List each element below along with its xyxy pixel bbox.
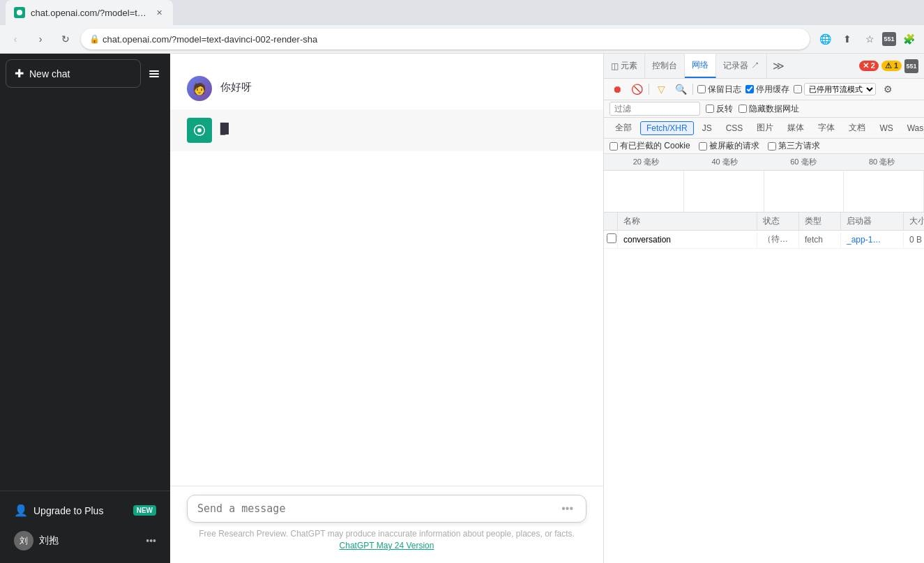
filter-js-button[interactable]: JS: [697, 122, 718, 134]
assistant-message-row: ▋: [170, 109, 603, 151]
sidebar-top: ✚ New chat: [0, 54, 170, 93]
toolbar-divider: [649, 84, 649, 95]
filter-button[interactable]: ▽: [653, 82, 669, 97]
filter-all-button[interactable]: 全部: [609, 121, 637, 135]
address-text: chat.openai.com/?model=text-davinci-002-…: [103, 34, 317, 45]
sidebar-content: [0, 93, 170, 491]
td-initiator[interactable]: _app-1…: [841, 232, 904, 247]
warn-count: 1: [894, 61, 898, 70]
filter-font-button[interactable]: 字体: [812, 121, 840, 135]
message-input[interactable]: [197, 502, 559, 515]
input-box: •••: [187, 495, 586, 523]
svg-point-0: [17, 10, 22, 15]
reload-button[interactable]: ↻: [56, 29, 75, 49]
bookmark-button[interactable]: ☆: [860, 29, 879, 49]
back-button[interactable]: ‹: [6, 29, 25, 49]
waterfall-header: 20 毫秒 40 毫秒 60 毫秒 80 毫秒: [604, 154, 924, 171]
devtools-tab-elements[interactable]: ◫ 元素: [604, 54, 645, 78]
upgrade-button[interactable]: 👤 Upgrade to Plus NEW: [6, 497, 165, 524]
tab-favicon: [14, 7, 25, 18]
third-party-checkbox[interactable]: [768, 142, 776, 151]
blocked-label: 被屏蔽的请求: [709, 140, 759, 152]
user-message-text: 你好呀: [220, 81, 252, 93]
filter-input[interactable]: [609, 102, 700, 116]
input-more-button[interactable]: •••: [559, 502, 576, 515]
stop-recording-button[interactable]: ⏺: [609, 82, 625, 97]
search-button[interactable]: 🔍: [673, 82, 688, 97]
devtools-tab-recorder[interactable]: 记录器 ↗: [716, 54, 766, 78]
devtools-ext-badge: 551: [904, 59, 918, 73]
filter-doc-button[interactable]: 文档: [843, 121, 871, 135]
preserve-log-checkbox[interactable]: [697, 85, 706, 93]
footer-text: Free Research Preview. ChatGPT may produ…: [199, 529, 575, 539]
th-status[interactable]: 状态: [757, 213, 799, 230]
filter-img-button[interactable]: 图片: [751, 121, 779, 135]
extensions-button[interactable]: 🧩: [899, 29, 918, 49]
share-button[interactable]: ⬆: [838, 29, 857, 49]
filter-ws-button[interactable]: WS: [874, 122, 898, 134]
th-size[interactable]: 大小: [904, 213, 924, 230]
th-type[interactable]: 类型: [799, 213, 841, 230]
th-name[interactable]: 名称: [618, 213, 757, 230]
chatgpt-sidebar: ✚ New chat 👤 Upgrade to Plus NEW 刘 刘抱 ••…: [0, 54, 170, 563]
user-more-button[interactable]: •••: [146, 535, 156, 546]
wf-section-4: [844, 171, 924, 212]
wf-section-2: [684, 171, 764, 212]
address-input[interactable]: 🔒 chat.openai.com/?model=text-davinci-00…: [81, 29, 810, 49]
chat-area: 🧑 你好呀 ▋: [170, 54, 603, 563]
chatgpt-version-link[interactable]: ChatGPT May 24 Version: [340, 541, 434, 550]
preserve-log-label: 保留日志: [708, 84, 741, 95]
wf-label-80: 80 毫秒: [842, 157, 921, 167]
user-message-avatar: 🧑: [187, 76, 212, 101]
reverse-checkbox-label: 反转: [706, 103, 733, 115]
cookie-checkbox[interactable]: [609, 142, 618, 151]
main-content: ✚ New chat 👤 Upgrade to Plus NEW 刘 刘抱 ••…: [0, 54, 924, 563]
blocked-checkbox[interactable]: [699, 142, 707, 151]
row-checkbox[interactable]: [607, 233, 616, 243]
offline-checkbox[interactable]: [794, 85, 802, 93]
table-row[interactable]: conversation （待… fetch _app-1… 0 B 待处理: [604, 231, 924, 249]
forward-button[interactable]: ›: [31, 29, 50, 49]
address-bar-row: ‹ › ↻ 🔒 chat.openai.com/?model=text-davi…: [0, 25, 924, 53]
settings-button[interactable]: ⚙: [880, 82, 895, 97]
translate-button[interactable]: 🌐: [815, 29, 835, 49]
cookie-label: 有已拦截的 Cookie: [620, 140, 690, 152]
browser-tab[interactable]: chat.openai.com/?model=text-davinci-002-…: [6, 0, 173, 25]
waterfall-chart: [604, 171, 924, 213]
warn-count-badge: ⚠ 1: [881, 61, 902, 71]
offline-checkbox-label: 已停用节流模式: [794, 83, 876, 95]
chat-footer: Free Research Preview. ChatGPT may produ…: [187, 528, 586, 552]
browser-actions: 🌐 ⬆ ☆ 551 🧩: [815, 29, 918, 49]
filter-wasm-button[interactable]: Wasm: [902, 122, 924, 134]
devtools-tab-network[interactable]: 网络: [685, 54, 716, 78]
disable-cache-checkbox[interactable]: [745, 85, 754, 93]
th-initiator[interactable]: 启动器: [841, 213, 904, 230]
extension-badge[interactable]: 551: [882, 32, 896, 46]
wf-label-20: 20 毫秒: [607, 157, 686, 167]
tab-title: chat.openai.com/?model=text-davinci-002-…: [31, 8, 148, 18]
devtools-tabs: ◫ 元素 控制台 网络 记录器 ↗ ≫ ✕ 2 ⚠ 1 551: [604, 54, 924, 79]
sidebar-toggle-button[interactable]: [144, 61, 165, 86]
user-row[interactable]: 刘 刘抱 •••: [6, 524, 165, 557]
filter-fetchxhr-button[interactable]: Fetch/XHR: [640, 121, 694, 135]
clear-network-button[interactable]: 🚫: [629, 82, 644, 97]
hide-data-checkbox[interactable]: [739, 105, 747, 113]
reverse-checkbox[interactable]: [706, 105, 714, 113]
svg-point-4: [197, 128, 202, 132]
filter-css-button[interactable]: CSS: [720, 122, 749, 134]
error-count: 2: [871, 61, 875, 70]
hide-data-checkbox-label: 隐藏数据网址: [739, 103, 799, 115]
devtools-tab-console[interactable]: 控制台: [645, 54, 685, 78]
devtools-more-tabs[interactable]: ≫: [767, 59, 790, 72]
td-size: 0 B: [904, 232, 924, 247]
filter-media-button[interactable]: 媒体: [782, 121, 810, 135]
new-chat-button[interactable]: ✚ New chat: [6, 59, 141, 88]
throttle-select[interactable]: 已停用节流模式: [804, 83, 876, 95]
network-filter-bar: 全部 Fetch/XHR JS CSS 图片 媒体 字体 文档 WS Wasm …: [604, 118, 924, 139]
tab-close-button[interactable]: ✕: [153, 7, 165, 18]
edit-message-button[interactable]: [577, 76, 586, 88]
extra-filter-row: 有已拦截的 Cookie 被屏蔽的请求 第三方请求: [604, 139, 924, 154]
browser-chrome: chat.openai.com/?model=text-davinci-002-…: [0, 0, 924, 54]
td-name: conversation: [618, 232, 757, 247]
wf-label-40: 40 毫秒: [686, 157, 764, 167]
